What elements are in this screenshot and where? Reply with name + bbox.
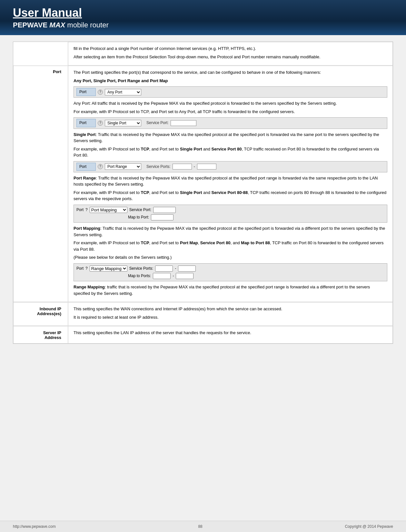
port-mapping-label: Port bbox=[76, 207, 84, 213]
footer-page: 88 bbox=[198, 524, 202, 529]
single-port-dropdown[interactable]: Single Port Any Port Port Range Port Map… bbox=[105, 120, 141, 126]
range-mapping-service-input2[interactable] bbox=[178, 266, 196, 272]
intro-row: fill in the Protocol and a single Port n… bbox=[13, 42, 393, 65]
footer-url: http://www.pepwave.com bbox=[13, 524, 56, 529]
server-ip-p1: This setting specifies the LAN IP addres… bbox=[74, 330, 387, 336]
port-mapping-map-input[interactable] bbox=[151, 214, 173, 220]
range-mapping-dropdown[interactable]: Range Mapping Any Port Single Port Port … bbox=[90, 266, 127, 272]
port-mapping-help-icon[interactable]: ? bbox=[85, 207, 88, 213]
server-ip-content: This setting specifies the LAN IP addres… bbox=[68, 326, 393, 343]
inbound-ip-p2: It is required to select at least one IP… bbox=[74, 314, 387, 321]
any-port-help-icon[interactable]: ? bbox=[98, 90, 103, 95]
footer-copyright: Copyright @ 2014 Pepwave bbox=[345, 524, 393, 529]
single-port-service-input[interactable] bbox=[171, 120, 196, 126]
server-ip-label-line1: Server IP bbox=[43, 330, 61, 335]
single-port-p2: For example, with IP Protocol set to TCP… bbox=[74, 146, 387, 159]
port-range-service-input1[interactable] bbox=[173, 164, 192, 169]
server-ip-label-line2: Address bbox=[45, 335, 61, 340]
port-row: Port The Port setting specifies the port… bbox=[13, 65, 393, 302]
range-mapping-dash2: - bbox=[173, 273, 174, 279]
range-mapping-map-label: Map to Ports: bbox=[128, 273, 151, 279]
port-intro-heading: Any Port, Single Port, Port Range and Po… bbox=[74, 78, 168, 83]
port-mapping-dropdown[interactable]: Port Mapping Any Port Single Port Port R… bbox=[90, 207, 127, 213]
any-port-p1: Any Port: All traffic that is received b… bbox=[74, 100, 387, 107]
brand-name: PEPWAVE bbox=[13, 21, 47, 29]
port-range-heading: Port Range bbox=[74, 176, 96, 180]
port-mapping-p3: (Please see below for details on the Ser… bbox=[74, 254, 387, 261]
port-range-dash: - bbox=[194, 164, 195, 170]
range-mapping-help-icon[interactable]: ? bbox=[85, 266, 88, 272]
port-mapping-row2: Map to Port: bbox=[128, 214, 384, 221]
port-mapping-service-input[interactable] bbox=[153, 207, 176, 213]
intro-p1: fill in the Protocol and a single Port n… bbox=[74, 45, 387, 52]
range-mapping-map-input1[interactable] bbox=[153, 273, 171, 279]
model-name: MAX bbox=[49, 21, 65, 29]
port-intro-p1: The Port setting specifies the port(s) t… bbox=[74, 69, 387, 76]
inbound-ip-label-line2: Address(es) bbox=[37, 311, 61, 316]
any-port-dropdown[interactable]: Any Port Single Port Port Range Port Map… bbox=[105, 89, 141, 95]
single-port-service-label: Service Port: bbox=[146, 120, 169, 126]
port-mapping-service-label: Service Port: bbox=[129, 207, 152, 213]
port-range-service-label: Service Ports: bbox=[146, 164, 171, 170]
subtitle-rest: mobile router bbox=[67, 21, 108, 29]
range-mapping-ui: Port ? Range Mapping Any Port Single Por… bbox=[74, 263, 387, 281]
intro-content: fill in the Protocol and a single Port n… bbox=[68, 42, 393, 65]
inbound-ip-label: Inbound IP Address(es) bbox=[13, 302, 68, 326]
port-mapping-p1: Port Mapping: Traffic that is received b… bbox=[74, 225, 387, 238]
port-range-label: Port bbox=[76, 163, 96, 171]
server-ip-label: Server IP Address bbox=[13, 326, 68, 343]
port-range-p1: Port Range: Traffic that is received by … bbox=[74, 175, 387, 188]
range-mapping-service-label: Service Ports: bbox=[129, 266, 153, 272]
inbound-ip-label-line1: Inbound IP bbox=[40, 306, 61, 311]
inbound-ip-row: Inbound IP Address(es) This setting spec… bbox=[13, 302, 393, 326]
main-content: fill in the Protocol and a single Port n… bbox=[13, 42, 393, 344]
port-range-help-icon[interactable]: ? bbox=[98, 164, 103, 169]
range-mapping-heading: Range Mapping bbox=[74, 285, 105, 289]
inbound-ip-p1: This setting specifies the WAN connectio… bbox=[74, 306, 387, 312]
port-mapping-p2: For example, with IP Protocol set to TCP… bbox=[74, 240, 387, 252]
range-mapping-label: Port bbox=[76, 266, 84, 272]
single-port-ui: Port ? Single Port Any Port Port Range P… bbox=[74, 117, 387, 129]
page-footer: http://www.pepwave.com 88 Copyright @ 20… bbox=[0, 521, 406, 532]
port-mapping-heading: Port Mapping bbox=[74, 226, 100, 231]
page-subtitle: PEPWAVE MAX mobile router bbox=[13, 21, 393, 29]
server-ip-row: Server IP Address This setting specifies… bbox=[13, 326, 393, 343]
single-port-p1: Single Port: Traffic that is received by… bbox=[74, 131, 387, 144]
range-mapping-p1: Range Mapping: traffic that is received … bbox=[74, 284, 387, 296]
any-port-label: Port bbox=[76, 88, 96, 96]
port-range-ui: Port ? Port Range Any Port Single Port P… bbox=[74, 161, 387, 172]
port-mapping-row1: Port ? Port Mapping Any Port Single Port… bbox=[76, 206, 384, 214]
port-mapping-map-label: Map to Port: bbox=[128, 214, 149, 220]
page-title: User Manual bbox=[13, 6, 393, 20]
page-header: User Manual PEPWAVE MAX mobile router bbox=[0, 0, 406, 35]
port-mapping-ui: Port ? Port Mapping Any Port Single Port… bbox=[74, 205, 387, 223]
single-port-label: Port bbox=[76, 119, 96, 127]
range-mapping-dash1: - bbox=[175, 266, 176, 272]
port-label: Port bbox=[13, 66, 68, 302]
port-range-service-input2[interactable] bbox=[197, 164, 216, 169]
inbound-ip-content: This setting specifies the WAN connectio… bbox=[68, 302, 393, 326]
port-range-dropdown[interactable]: Port Range Any Port Single Port Port Map… bbox=[105, 163, 141, 170]
any-port-p2: For example, with IP Protocol set to TCP… bbox=[74, 109, 387, 115]
port-range-p2: For example, with IP Protocol set to TCP… bbox=[74, 189, 387, 202]
any-port-ui: Port ? Any Port Single Port Port Range P… bbox=[74, 86, 387, 98]
range-mapping-row2: Map to Ports: - bbox=[128, 272, 384, 280]
intro-p2: After selecting an item from the Protoco… bbox=[74, 54, 387, 60]
single-port-heading: Single Port bbox=[74, 132, 96, 137]
range-mapping-map-input2[interactable] bbox=[176, 273, 193, 279]
range-mapping-service-input1[interactable] bbox=[155, 266, 173, 272]
single-port-help-icon[interactable]: ? bbox=[98, 121, 103, 126]
port-content: The Port setting specifies the port(s) t… bbox=[68, 66, 393, 302]
range-mapping-row1: Port ? Range Mapping Any Port Single Por… bbox=[76, 265, 384, 272]
